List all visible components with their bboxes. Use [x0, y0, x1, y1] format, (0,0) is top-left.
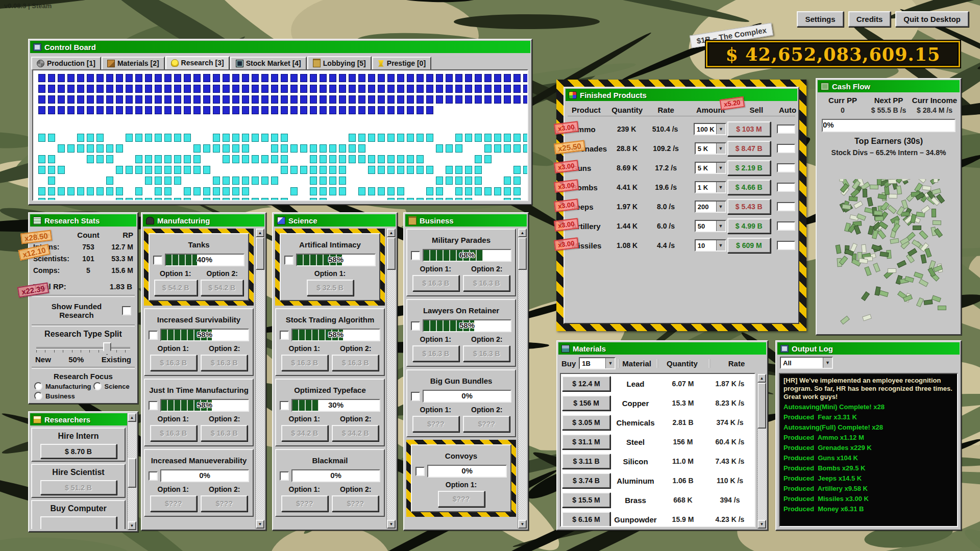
- scrollbar-thumb[interactable]: [387, 237, 396, 270]
- option-buy-button[interactable]: $???: [201, 495, 248, 512]
- fund-checkbox[interactable]: [284, 256, 293, 265]
- buy-material-button[interactable]: $ 6.16 M: [562, 512, 610, 527]
- buy-material-button[interactable]: $ 3.74 B: [562, 473, 610, 488]
- auto-sell-checkbox[interactable]: [777, 221, 795, 231]
- scrollbar-thumb[interactable]: [256, 237, 264, 270]
- option-buy-button[interactable]: $ 16.3 B: [281, 355, 328, 371]
- amount-dropdown[interactable]: 50▼: [695, 220, 726, 232]
- fund-checkbox[interactable]: [415, 467, 425, 476]
- research-split-slider[interactable]: [36, 347, 130, 349]
- amount-dropdown[interactable]: 10▼: [695, 239, 726, 252]
- focus-manufacturing-radio[interactable]: [34, 382, 42, 390]
- scrollbar[interactable]: ▲ ▼: [255, 229, 264, 529]
- auto-sell-checkbox[interactable]: [777, 241, 795, 250]
- buy-material-button[interactable]: $ 12.4 M: [562, 376, 610, 391]
- amount-dropdown[interactable]: 200▼: [695, 201, 726, 213]
- option-buy-button[interactable]: $ 16.3 B: [463, 275, 510, 291]
- option-buy-button[interactable]: $ 34.2 B: [332, 425, 379, 441]
- sell-button[interactable]: $ 103 M: [727, 121, 771, 137]
- scroll-up-icon[interactable]: ▲: [256, 229, 264, 237]
- fund-checkbox[interactable]: [280, 401, 289, 410]
- scroll-up-icon[interactable]: ▲: [518, 229, 527, 237]
- auto-sell-checkbox[interactable]: [777, 124, 795, 134]
- option-buy-button[interactable]: $???: [332, 495, 379, 512]
- scroll-down-icon[interactable]: ▼: [757, 520, 766, 529]
- option-buy-button[interactable]: $???: [412, 416, 459, 432]
- fund-checkbox[interactable]: [149, 331, 158, 340]
- hire-button[interactable]: $ 51.2 B: [40, 480, 117, 495]
- focus-science-radio[interactable]: [93, 382, 102, 390]
- focus-business-radio[interactable]: [34, 392, 42, 400]
- option-buy-button[interactable]: $???: [463, 416, 510, 432]
- tab-research[interactable]: Research [3]: [165, 56, 230, 70]
- sell-button[interactable]: $ 4.66 B: [727, 180, 771, 195]
- auto-sell-checkbox[interactable]: [777, 144, 795, 153]
- fund-checkbox[interactable]: [153, 256, 162, 265]
- fund-checkbox[interactable]: [280, 471, 289, 481]
- option-buy-button[interactable]: $???: [438, 491, 485, 507]
- option-buy-button[interactable]: $???: [150, 495, 197, 512]
- option-buy-button[interactable]: $ 34.2 B: [281, 425, 328, 441]
- option-buy-button[interactable]: $ 54.2 B: [201, 280, 244, 296]
- option-buy-button[interactable]: $ 54.2 B: [154, 280, 198, 296]
- sell-button[interactable]: $ 609 M: [727, 238, 771, 253]
- tab-lobbying[interactable]: Lobbying [5]: [307, 56, 372, 69]
- scroll-up-icon[interactable]: ▲: [128, 413, 136, 422]
- amount-dropdown[interactable]: 5 K▼: [695, 162, 726, 174]
- auto-sell-checkbox[interactable]: [777, 183, 795, 192]
- option-buy-button[interactable]: $ 16.3 B: [463, 345, 510, 362]
- scrollbar-thumb[interactable]: [757, 383, 766, 429]
- scrollbar[interactable]: ▲ ▼: [386, 229, 396, 529]
- scrollbar[interactable]: ▲ ▼: [757, 374, 766, 529]
- option-buy-button[interactable]: $???: [281, 495, 328, 512]
- scroll-down-icon[interactable]: ▼: [518, 520, 527, 529]
- sell-button[interactable]: $ 4.99 B: [727, 218, 771, 234]
- scroll-down-icon[interactable]: ▼: [128, 521, 136, 530]
- buy-material-button[interactable]: $ 15.5 M: [562, 492, 610, 508]
- scrollbar[interactable]: ▲ ▼: [127, 413, 136, 530]
- amount-dropdown[interactable]: 5 K▼: [695, 142, 726, 155]
- option-buy-button[interactable]: $ 16.3 B: [332, 355, 379, 371]
- scroll-down-icon[interactable]: ▼: [387, 520, 396, 529]
- credits-button[interactable]: Credits: [848, 11, 891, 27]
- scrollbar-thumb[interactable]: [518, 237, 527, 270]
- tab-materials[interactable]: Materials [2]: [102, 57, 165, 69]
- buy-amount-dropdown[interactable]: 1B ▼: [579, 357, 616, 369]
- buy-material-button[interactable]: $ 3.05 M: [562, 415, 610, 430]
- scroll-up-icon[interactable]: ▲: [387, 229, 396, 237]
- show-funded-checkbox[interactable]: [122, 306, 131, 315]
- option-buy-button[interactable]: $ 16.3 B: [150, 355, 197, 371]
- tab-production[interactable]: Production [1]: [31, 57, 101, 69]
- fund-checkbox[interactable]: [411, 251, 420, 260]
- fund-checkbox[interactable]: [149, 471, 158, 481]
- option-buy-button[interactable]: $ 16.3 B: [412, 345, 459, 362]
- fund-checkbox[interactable]: [149, 401, 158, 410]
- option-buy-button[interactable]: $ 16.3 B: [150, 425, 197, 441]
- option-buy-button[interactable]: $ 16.3 B: [201, 425, 248, 441]
- option-buy-button[interactable]: $ 16.3 B: [412, 275, 459, 291]
- scrollbar-thumb[interactable]: [128, 458, 136, 488]
- hire-button[interactable]: [40, 516, 117, 529]
- buy-material-button[interactable]: $ 3.11 B: [562, 454, 610, 469]
- fund-checkbox[interactable]: [280, 331, 289, 340]
- auto-sell-checkbox[interactable]: [777, 202, 795, 211]
- tab-prestige[interactable]: Prestige [0]: [372, 57, 431, 69]
- hire-button[interactable]: $ 8.70 B: [40, 444, 117, 459]
- scrollbar[interactable]: ▲ ▼: [518, 229, 527, 529]
- scroll-down-icon[interactable]: ▼: [256, 520, 264, 529]
- amount-dropdown[interactable]: 1 K▼: [695, 181, 726, 193]
- auto-sell-checkbox[interactable]: [777, 163, 795, 172]
- settings-button[interactable]: Settings: [797, 11, 843, 27]
- sell-button[interactable]: $ 8.47 B: [727, 141, 771, 156]
- log-filter-dropdown[interactable]: All ▼: [780, 357, 833, 369]
- quit-to-desktop-button[interactable]: Quit to Desktop: [895, 11, 969, 27]
- fund-checkbox[interactable]: [411, 321, 420, 331]
- fund-checkbox[interactable]: [411, 392, 420, 401]
- sell-button[interactable]: $ 2.19 B: [727, 160, 771, 176]
- sell-button[interactable]: $ 5.43 B: [727, 199, 771, 214]
- tab-stock[interactable]: Stock Market [4]: [230, 57, 307, 69]
- scroll-up-icon[interactable]: ▲: [757, 374, 766, 383]
- option-buy-button[interactable]: $ 16.3 B: [201, 355, 248, 371]
- buy-material-button[interactable]: $ 156 M: [562, 395, 610, 411]
- buy-material-button[interactable]: $ 31.1 M: [562, 434, 610, 449]
